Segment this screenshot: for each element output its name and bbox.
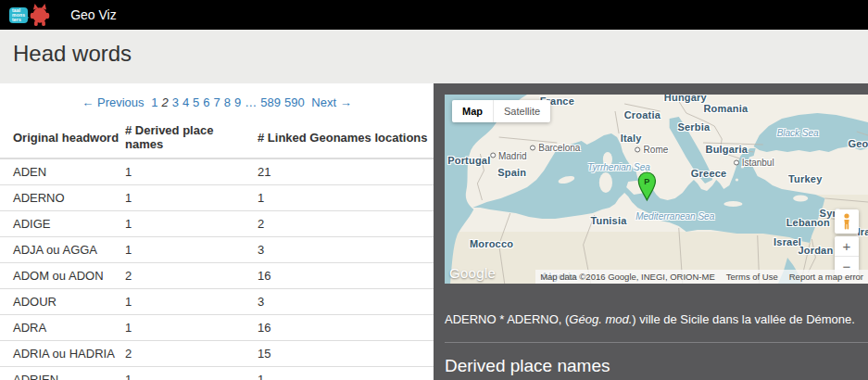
map-type-control: Map Satellite	[452, 100, 550, 122]
entry-italic: Géog. mod.	[569, 312, 632, 326]
map-button[interactable]: Map	[452, 100, 493, 122]
pagination-prev[interactable]: ← Previous	[82, 95, 144, 109]
cell-linked-count: 1	[258, 367, 434, 380]
cell-linked-count: 21	[258, 158, 434, 185]
cell-headword: ADOUR	[0, 289, 125, 315]
cell-derived-count: 1	[125, 185, 258, 211]
column-header: # Linked Geonames locations	[258, 118, 434, 158]
cell-headword: ADRIEN	[0, 367, 125, 380]
terms-of-use-link[interactable]: Terms of Use	[726, 272, 778, 282]
pagination-pages: 123456789…589590	[149, 95, 307, 109]
cell-linked-count: 16	[258, 315, 434, 341]
table-row[interactable]: ADEN121	[0, 158, 434, 185]
cell-linked-count: 1	[258, 185, 434, 211]
table-row[interactable]: ADERNO11	[0, 185, 434, 211]
cell-derived-count: 1	[125, 367, 258, 380]
page-header: Head words	[0, 30, 868, 83]
report-map-error-link[interactable]: Report a map error	[789, 272, 863, 282]
cell-linked-count: 3	[258, 237, 434, 263]
page-link[interactable]: 3	[172, 95, 179, 109]
table-body: ADEN121ADERNO11ADIGE12ADJA ou AGGA13ADOM…	[0, 158, 434, 380]
column-header: # Derived place names	[125, 118, 258, 158]
table-row[interactable]: ADJA ou AGGA13	[0, 237, 434, 263]
cell-headword: ADJA ou AGGA	[0, 237, 125, 263]
zoom-in-button[interactable]: +	[835, 236, 859, 257]
cell-linked-count: 3	[258, 289, 434, 315]
app-title: Geo Viz	[70, 7, 117, 22]
table-row[interactable]: ADOUR13	[0, 289, 434, 315]
page-link[interactable]: 8	[224, 95, 231, 109]
headwords-panel: ← Previous 123456789…589590 Next → Origi…	[0, 83, 434, 380]
cell-linked-count: 16	[258, 263, 434, 289]
attribution-text: Map data ©2016 Google, INEGI, ORION-ME	[540, 272, 715, 282]
speech-bubble-icon: taal mons ters	[9, 7, 28, 23]
page-title: Head words	[13, 41, 855, 67]
google-logo[interactable]: Google	[449, 265, 496, 281]
page-link[interactable]: 7	[214, 95, 220, 109]
detail-panel: P FranceHungaryCroatiaRomaniaSerbiaBulga…	[434, 83, 868, 380]
pagination: ← Previous 123456789…589590 Next →	[0, 83, 434, 118]
page-link[interactable]: 5	[193, 95, 199, 109]
cell-headword: ADERNO	[0, 185, 125, 211]
entry-suffix: ) ville de Sicile dans la vallée de Démo…	[632, 312, 855, 326]
cell-headword: ADIGE	[0, 211, 125, 237]
table-header-row: Original headword# Derived place names# …	[0, 118, 434, 158]
cell-derived-count: 1	[125, 211, 258, 237]
page-link[interactable]: 6	[203, 95, 209, 109]
page-link[interactable]: 590	[284, 95, 305, 109]
cell-linked-count: 2	[258, 211, 434, 237]
page-ellipsis: …	[245, 95, 257, 109]
cell-headword: ADOM ou ADON	[0, 263, 125, 289]
pagination-next[interactable]: Next →	[311, 95, 351, 109]
cell-headword: ADRA	[0, 315, 125, 341]
table-row[interactable]: ADRIEN11	[0, 367, 434, 380]
map-attribution: Map data ©2016 Google, INEGI, ORION-ME T…	[535, 270, 868, 284]
satellite-button[interactable]: Satellite	[493, 100, 550, 122]
table-row[interactable]: ADIGE12	[0, 211, 434, 237]
taalmonsters-logo[interactable]: taal mons ters	[9, 4, 50, 26]
cell-derived-count: 2	[125, 263, 258, 289]
map-geography: P	[445, 95, 868, 284]
page-link[interactable]: 1	[151, 95, 157, 109]
page-link[interactable]: 4	[182, 95, 189, 109]
pegman-button[interactable]	[835, 209, 859, 234]
pegman-icon	[841, 213, 852, 230]
page-current: 2	[161, 95, 168, 109]
cell-derived-count: 1	[125, 158, 258, 185]
cell-derived-count: 1	[125, 289, 258, 315]
cell-headword: ADEN	[0, 158, 125, 185]
cell-derived-count: 1	[125, 315, 258, 341]
entry-prefix: ADERNO * ADERNO, (	[445, 312, 569, 326]
detail-divider	[445, 342, 868, 343]
column-header: Original headword	[0, 118, 125, 158]
table-row[interactable]: ADRA116	[0, 315, 434, 341]
monster-icon	[30, 4, 50, 26]
logo-text-line: ters	[12, 18, 25, 22]
page-link[interactable]: 9	[234, 95, 241, 109]
marker-letter: P	[644, 177, 649, 186]
cell-derived-count: 1	[125, 237, 258, 263]
map-canvas[interactable]: P FranceHungaryCroatiaRomaniaSerbiaBulga…	[445, 95, 868, 284]
cell-linked-count: 15	[258, 341, 434, 367]
page-link[interactable]: 589	[260, 95, 281, 109]
navbar: taal mons ters Geo Viz	[0, 0, 868, 30]
table-row[interactable]: ADRIA ou HADRIA215	[0, 341, 434, 367]
headword-entry-text: ADERNO * ADERNO, (Géog. mod.) ville de S…	[445, 311, 857, 328]
cell-headword: ADRIA ou HADRIA	[0, 341, 125, 367]
table-row[interactable]: ADOM ou ADON216	[0, 263, 434, 289]
cell-derived-count: 2	[125, 341, 258, 367]
derived-place-names-heading: Derived place names	[445, 356, 868, 376]
headwords-table: Original headword# Derived place names# …	[0, 118, 434, 380]
